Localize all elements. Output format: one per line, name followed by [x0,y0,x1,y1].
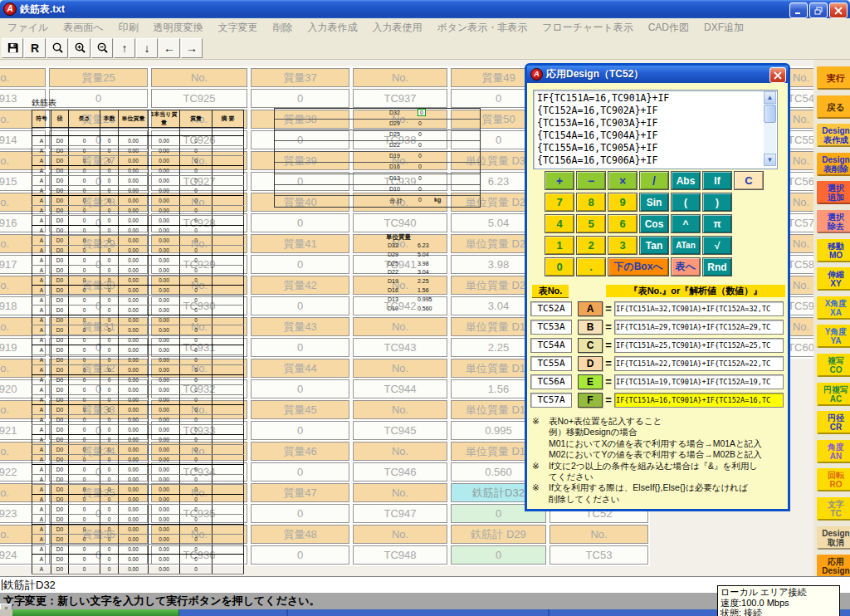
scroll-down-icon[interactable]: ▼ [764,154,776,166]
position-letter-button[interactable]: A [578,301,603,316]
grid-header-cell[interactable]: 質量44 [251,359,349,378]
grid-header-cell[interactable]: 質量37 [251,68,349,87]
sidebar-button-回転RO[interactable]: 回転RO [817,468,850,491]
sidebar-button-円複写AC[interactable]: 円複写AC [817,383,850,406]
zoom-in-icon[interactable] [69,38,90,58]
key-5[interactable]: 5 [576,214,606,233]
grid-header-cell[interactable]: No. [353,68,447,87]
grid-value-cell[interactable]: TC948 [353,545,447,565]
grid-value-cell[interactable]: TC940 [353,213,447,232]
sidebar-button-伸縮XY[interactable]: 伸縮XY [817,267,850,291]
right-icon[interactable]: → [181,38,203,58]
sidebar-button-実行[interactable]: 実行 [817,66,850,90]
grid-header-cell[interactable]: No. [550,525,648,544]
menu-item-印刷[interactable]: 印刷 [110,21,145,35]
key-表へ[interactable]: 表へ [671,257,701,276]
grid-value-cell[interactable]: TC947 [353,504,447,523]
formula-input[interactable]: IF{TC151A=16,TC901A}+IF {TC152A=16,TC902… [533,90,778,169]
menu-item-入力表使用[interactable]: 入力表使用 [364,21,429,35]
position-letter-button[interactable]: E [578,374,603,389]
sidebar-button-Design表削除[interactable]: Design表削除 [817,153,850,176]
sidebar-button-Y角度YA[interactable]: Y角度YA [817,325,850,348]
sidebar-button-応用Design[interactable]: 応用Design [817,555,850,578]
grid-header-cell[interactable]: 質量41 [251,234,349,253]
sidebar-button-Design取消[interactable]: Design取消 [817,526,850,550]
sidebar-button-円径CR[interactable]: 円径CR [817,411,850,434]
key-7[interactable]: 7 [545,193,574,212]
menu-item-CAD作図[interactable]: CAD作図 [641,21,696,35]
grid-header-cell[interactable]: 質量42 [251,276,349,295]
menu-item-文字変更[interactable]: 文字変更 [210,21,265,35]
key-.[interactable]: . [576,257,606,276]
grid-header-cell[interactable]: 質量46 [251,442,349,461]
position-letter-button[interactable]: C [578,338,603,353]
menu-item-DXF追加[interactable]: DXF追加 [696,21,751,35]
grid-header-cell[interactable]: 質量48 [251,525,349,544]
save-icon[interactable] [2,38,23,58]
grid-value-cell[interactable]: 0 [251,255,349,274]
grid-value-cell[interactable]: 0 [251,338,349,357]
key-8[interactable]: 8 [576,193,606,212]
formula-field[interactable]: IF{TC151A=25,TC901A}+IF{TC152A=25,TC [614,338,784,353]
menu-item-透明度変換[interactable]: 透明度変換 [145,21,210,35]
grid-value-cell[interactable]: 0 [251,296,349,315]
grid-header-cell[interactable]: No. [0,68,46,87]
key-−[interactable]: − [576,171,606,190]
grid-header-cell[interactable]: No. [353,359,447,378]
key-下のBoxへ[interactable]: 下のBoxへ [608,257,669,276]
sidebar-button-文字TC[interactable]: 文字TC [817,497,850,521]
left-icon[interactable]: ← [159,38,180,58]
key-ATan[interactable]: ATan [671,236,701,255]
key-×[interactable]: × [608,171,638,190]
key-Sin[interactable]: Sin [639,193,669,212]
table-no-field[interactable]: TC56A [530,374,572,389]
grid-value-cell[interactable]: 0 [251,89,349,108]
sidebar-button-選択追加[interactable]: 選択追加 [817,181,850,204]
formula-field[interactable]: IF{TC151A=32,TC901A}+IF{TC152A=32,TC [614,301,784,316]
grid-value-cell[interactable]: 0 [251,213,349,232]
sidebar-button-複写CO[interactable]: 複写CO [817,354,850,377]
table-no-field[interactable]: TC54A [530,338,572,353]
key-Cos[interactable]: Cos [639,214,669,233]
sidebar-button-X角度XA[interactable]: X角度XA [817,296,850,320]
menu-item-フローチャート表示[interactable]: フローチャート表示 [535,21,640,35]
key-C[interactable]: C [734,171,764,190]
key-6[interactable]: 6 [608,214,638,233]
key-√[interactable]: √ [702,236,732,255]
key-/[interactable]: / [639,171,669,190]
menu-item-表画面へ[interactable]: 表画面へ [56,21,110,35]
down-icon[interactable]: ↓ [136,38,158,58]
grid-header-cell[interactable]: No. [353,442,447,461]
menu-item-入力表作成[interactable]: 入力表作成 [300,21,364,35]
formula-field[interactable]: IF{TC151A=16,TC901A}+IF{TC152A=16,TC [614,393,784,408]
key-If[interactable]: If [702,171,732,190]
grid-header-cell[interactable]: 質量43 [251,317,349,336]
position-letter-button[interactable]: B [578,320,603,335]
dialog-title-bar[interactable]: A 応用Design（TC52） [527,66,788,83]
key-1[interactable]: 1 [545,236,574,255]
table-no-field[interactable]: TC57A [530,393,572,408]
key-+[interactable]: + [545,171,574,190]
close-icon[interactable] [829,2,848,18]
grid-value-cell[interactable]: TC53 [550,545,648,565]
grid-value-cell[interactable]: TC945 [353,421,447,440]
table-no-field[interactable]: TC52A [530,301,572,316]
grid-value-cell[interactable]: 0 [251,504,349,523]
start-button[interactable] [12,609,179,616]
grid-header-cell[interactable]: 質量47 [251,483,349,502]
grid-value-cell[interactable]: 0 [451,545,546,565]
menu-item-ボタン表示・非表示[interactable]: ボタン表示・非表示 [429,21,535,35]
menu-item-削除[interactable]: 削除 [265,21,300,35]
key-([interactable]: ( [671,193,701,212]
key-Rnd[interactable]: Rnd [702,257,732,276]
key-π[interactable]: π [702,214,732,233]
grid-value-cell[interactable]: 0 [251,462,349,482]
restore-button[interactable] [809,2,828,18]
minimize-button[interactable] [789,2,808,18]
grid-header-cell[interactable]: 鉄筋計 D29 [451,525,546,544]
key-)[interactable]: ) [702,193,732,212]
title-bar[interactable]: A 鉄筋表.txt [0,0,850,18]
grid-header-cell[interactable]: 質量45 [251,400,349,419]
zoom-icon[interactable] [46,38,68,58]
r-icon[interactable]: R [24,38,46,58]
